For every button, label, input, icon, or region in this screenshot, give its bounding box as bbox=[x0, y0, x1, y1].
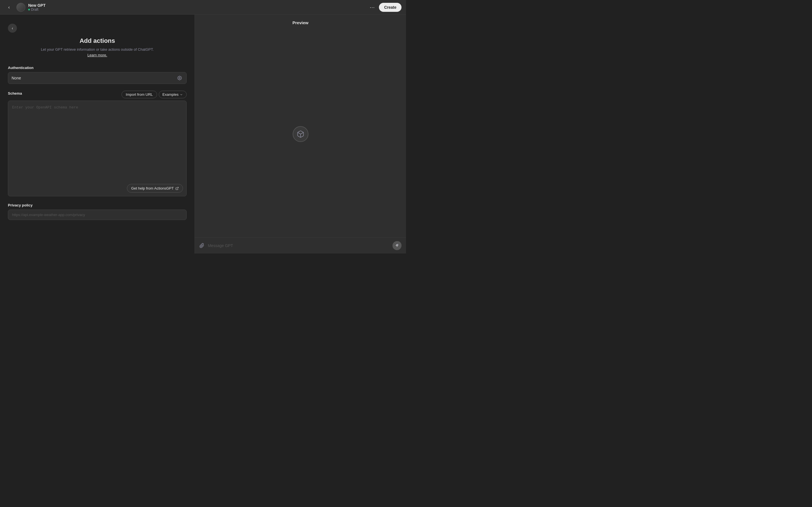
external-link-icon bbox=[175, 187, 179, 190]
panel-back-arrow-icon: ‹ bbox=[12, 26, 13, 31]
learn-more-link[interactable]: Learn more. bbox=[87, 53, 107, 57]
privacy-section: Privacy policy bbox=[8, 203, 187, 220]
message-input[interactable] bbox=[208, 243, 389, 248]
top-bar: ‹ New GPT Draft ⋯ Create bbox=[0, 0, 406, 15]
page-header: Add actions Let your GPT retrieve inform… bbox=[8, 37, 187, 58]
topbar-back-button[interactable]: ‹ bbox=[4, 3, 13, 12]
attachment-button[interactable] bbox=[199, 243, 204, 248]
preview-content bbox=[195, 31, 406, 237]
paperclip-icon bbox=[199, 243, 204, 248]
authentication-section: Authentication None bbox=[8, 66, 187, 84]
schema-textarea[interactable] bbox=[8, 101, 186, 191]
preview-input-bar bbox=[195, 237, 406, 253]
import-url-button[interactable]: Import from URL bbox=[121, 91, 157, 98]
panel-back-button[interactable]: ‹ bbox=[8, 24, 17, 33]
left-panel: ‹ Add actions Let your GPT retrieve info… bbox=[0, 15, 195, 253]
auth-label: Authentication bbox=[8, 66, 187, 70]
create-button[interactable]: Create bbox=[379, 3, 402, 12]
page-description: Let your GPT retrieve information or tak… bbox=[8, 47, 187, 58]
chevron-down-icon bbox=[180, 93, 183, 96]
schema-actions: Import from URL Examples bbox=[121, 91, 187, 98]
gpt-info: New GPT Draft bbox=[28, 3, 45, 11]
help-icon: ? bbox=[396, 243, 399, 247]
privacy-label: Privacy policy bbox=[8, 203, 187, 207]
get-help-label: Get help from ActionsGPT bbox=[131, 186, 174, 190]
examples-button[interactable]: Examples bbox=[159, 91, 187, 98]
more-icon: ⋯ bbox=[370, 4, 375, 10]
auth-settings-button[interactable] bbox=[176, 75, 183, 81]
gpt-status-label: Draft bbox=[31, 8, 38, 11]
preview-header: Preview bbox=[195, 15, 406, 31]
examples-label: Examples bbox=[162, 93, 179, 97]
top-bar-left: ‹ New GPT Draft bbox=[4, 3, 45, 12]
gear-icon bbox=[177, 76, 182, 80]
back-arrow-icon: ‹ bbox=[8, 5, 10, 10]
schema-header: Schema Import from URL Examples bbox=[8, 91, 187, 98]
privacy-input[interactable] bbox=[8, 210, 187, 220]
auth-field: None bbox=[8, 72, 187, 84]
right-panel: Preview bbox=[195, 15, 406, 253]
top-bar-right: ⋯ Create bbox=[368, 3, 402, 12]
schema-section: Schema Import from URL Examples Get help… bbox=[8, 91, 187, 196]
more-options-button[interactable]: ⋯ bbox=[368, 3, 377, 12]
gpt-avatar bbox=[16, 3, 26, 12]
svg-line-1 bbox=[177, 187, 179, 189]
status-dot-icon bbox=[28, 9, 30, 10]
schema-textarea-wrapper: Get help from ActionsGPT bbox=[8, 101, 187, 196]
cube-icon bbox=[293, 126, 308, 142]
page-description-text: Let your GPT retrieve information or tak… bbox=[41, 47, 154, 52]
cube-svg-icon bbox=[297, 130, 305, 138]
schema-label: Schema bbox=[8, 91, 22, 96]
svg-point-0 bbox=[179, 77, 180, 78]
auth-field-value: None bbox=[11, 76, 176, 80]
help-button[interactable]: ? bbox=[394, 241, 402, 249]
gpt-name: New GPT bbox=[28, 3, 45, 8]
gpt-status-row: Draft bbox=[28, 8, 45, 11]
get-help-button[interactable]: Get help from ActionsGPT bbox=[127, 184, 183, 193]
page-title: Add actions bbox=[8, 37, 187, 45]
main-layout: ‹ Add actions Let your GPT retrieve info… bbox=[0, 15, 406, 253]
